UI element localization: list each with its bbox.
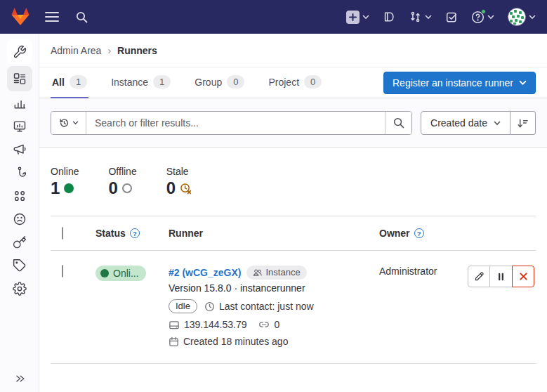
chevron-down-icon (487, 15, 494, 20)
sidebar-item-messages[interactable] (7, 138, 32, 161)
search-icon[interactable] (76, 11, 88, 23)
filter-bar: Created date (39, 98, 547, 148)
overview-icon (13, 72, 27, 86)
navbar-left (10, 7, 88, 27)
clock-icon (204, 301, 215, 312)
issues-icon[interactable] (383, 11, 395, 23)
tab-instance-count: 1 (153, 75, 171, 89)
jobs-count-group: 0 (258, 319, 280, 330)
breadcrumb: Admin Area › Runners (39, 34, 547, 67)
merge-requests-button[interactable] (409, 11, 432, 23)
tab-all[interactable]: All 1 (51, 67, 88, 98)
chevron-down-icon (519, 80, 527, 86)
new-menu-button[interactable] (346, 11, 369, 24)
hamburger-menu-icon[interactable] (45, 11, 59, 22)
user-menu-button[interactable] (508, 8, 536, 26)
collapse-sidebar-button[interactable] (0, 374, 39, 384)
stat-online: Online 1 (51, 166, 79, 197)
runner-version: Version 15.8.0 · instancerunner (169, 282, 368, 294)
new-menu-plus-icon (346, 11, 360, 24)
todos-icon[interactable] (445, 11, 458, 23)
register-instance-runner-button[interactable]: Register an instance runner (383, 72, 536, 94)
delete-runner-button[interactable] (512, 266, 534, 287)
double-chevron-right-icon (15, 374, 25, 384)
ip-address: 139.144.53.79 (184, 319, 247, 330)
stat-offline: Offline 0 (108, 166, 136, 197)
sidebar-item-labels[interactable] (7, 254, 32, 277)
sidebar-item-abuse-reports[interactable] (7, 207, 32, 230)
stale-clock-icon (180, 183, 192, 195)
online-status-dot-icon (64, 183, 74, 193)
pause-icon (496, 272, 506, 282)
notification-dot (481, 9, 486, 14)
header-owner: Owner ? (368, 228, 457, 239)
status-cell: Onli... (84, 266, 157, 281)
top-navbar (0, 0, 547, 34)
stale-count: 0 (166, 179, 176, 197)
sidebar-item-applications[interactable] (7, 184, 32, 207)
runner-stats: Online 1 Offline 0 Stale 0 (39, 148, 547, 197)
sidebar-item-monitoring[interactable] (7, 115, 32, 138)
frown-face-icon (13, 212, 27, 226)
sidebar-item-settings[interactable] (7, 277, 32, 300)
runner-link[interactable]: #2 (wCG_zeGX) (169, 267, 241, 278)
sidebar-item-system-hooks[interactable] (7, 161, 32, 184)
sidebar-item-deploy-keys[interactable] (7, 230, 32, 254)
gear-icon (13, 282, 27, 296)
sort-by-dropdown[interactable]: Created date (421, 111, 510, 135)
help-menu-button[interactable] (471, 11, 494, 24)
instance-type-badge: Instance (246, 266, 306, 280)
owner-help-icon[interactable]: ? (414, 228, 424, 238)
sidebar-item-analytics[interactable] (7, 91, 32, 115)
breadcrumb-runners: Runners (117, 45, 157, 56)
merge-requests-icon (409, 11, 422, 23)
megaphone-icon (13, 143, 27, 157)
search-history-button[interactable] (51, 112, 86, 134)
last-contact-text: Last contact: just now (219, 301, 314, 312)
breadcrumb-chevron-icon: › (107, 45, 111, 56)
bar-chart-icon (13, 96, 27, 110)
gitlab-logo[interactable] (10, 7, 31, 27)
sort-controls: Created date (421, 111, 536, 135)
online-count: 1 (51, 179, 60, 197)
edit-runner-button[interactable] (468, 266, 490, 287)
runner-ip-line: 139.144.53.79 0 (169, 319, 368, 330)
sidebar-item-overview[interactable] (7, 66, 32, 91)
sidebar-item-admin-area[interactable] (7, 39, 32, 65)
runners-table: Status ? Runner Owner ? (51, 216, 536, 364)
tab-group[interactable]: Group 0 (193, 67, 246, 98)
tab-instance[interactable]: Instance 1 (110, 67, 172, 98)
table-header-row: Status ? Runner Owner ? (51, 216, 536, 251)
tab-all-count: 1 (70, 75, 87, 89)
help-icon (471, 11, 485, 24)
runner-created-line: Created 18 minutes ago (169, 336, 368, 347)
online-status-badge: Onli... (95, 266, 146, 281)
breadcrumb-admin-area[interactable]: Admin Area (51, 45, 101, 56)
search-input[interactable] (86, 112, 385, 134)
status-help-icon[interactable]: ? (130, 228, 140, 238)
table-row: Onli... #2 (wCG_zeGX) Instance Version 1… (51, 251, 536, 364)
search-submit-button[interactable] (385, 112, 411, 134)
owner-cell[interactable]: Administrator (368, 266, 457, 277)
tag-icon (13, 259, 27, 273)
tab-project[interactable]: Project 0 (267, 67, 323, 98)
chevron-down-icon (494, 121, 501, 126)
sort-direction-button[interactable] (510, 111, 536, 135)
calendar-icon (169, 337, 179, 347)
sort-descending-icon (517, 117, 529, 129)
runner-cell: #2 (wCG_zeGX) Instance Version 15.8.0 · … (157, 266, 368, 347)
hook-icon (13, 166, 27, 180)
row-checkbox[interactable] (62, 265, 63, 277)
users-icon (253, 268, 262, 277)
pause-runner-button[interactable] (490, 266, 513, 287)
select-all-checkbox[interactable] (62, 227, 63, 240)
online-dot-icon (100, 269, 109, 277)
offline-count: 0 (108, 179, 117, 197)
filtered-search (51, 111, 412, 135)
disk-icon (169, 320, 180, 330)
key-icon (13, 235, 27, 249)
chevron-down-icon (72, 121, 79, 125)
idle-badge: Idle (169, 299, 197, 313)
jobs-count: 0 (275, 319, 280, 330)
history-icon (58, 117, 70, 129)
